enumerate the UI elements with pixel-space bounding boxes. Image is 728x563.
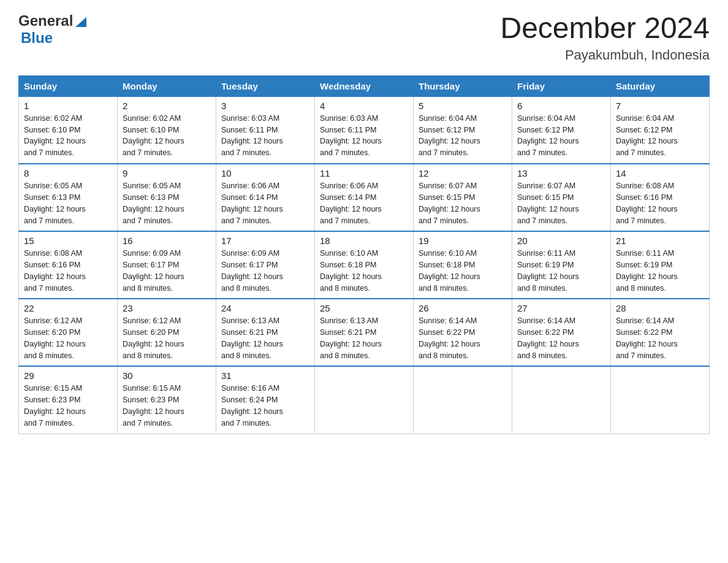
day-number: 6 (517, 101, 605, 111)
day-info: Sunrise: 6:04 AMSunset: 6:12 PMDaylight:… (517, 113, 605, 159)
day-number: 23 (123, 303, 211, 313)
day-number: 15 (24, 236, 112, 246)
month-title: December 2024 (500, 12, 710, 45)
day-info: Sunrise: 6:12 AMSunset: 6:20 PMDaylight:… (123, 315, 211, 361)
calendar-cell: 20Sunrise: 6:11 AMSunset: 6:19 PMDayligh… (512, 231, 611, 299)
day-info: Sunrise: 6:14 AMSunset: 6:22 PMDaylight:… (616, 315, 704, 361)
calendar-cell (414, 366, 512, 434)
day-info: Sunrise: 6:07 AMSunset: 6:15 PMDaylight:… (517, 180, 605, 226)
calendar-cell: 31Sunrise: 6:16 AMSunset: 6:24 PMDayligh… (216, 366, 315, 434)
calendar-cell (611, 366, 710, 434)
day-info: Sunrise: 6:10 AMSunset: 6:18 PMDaylight:… (419, 248, 507, 294)
day-number: 8 (24, 168, 112, 178)
day-header-monday: Monday (118, 75, 216, 96)
day-number: 22 (24, 303, 112, 313)
day-number: 12 (419, 168, 507, 178)
calendar-cell: 11Sunrise: 6:06 AMSunset: 6:14 PMDayligh… (315, 164, 414, 231)
calendar-cell: 3Sunrise: 6:03 AMSunset: 6:11 PMDaylight… (216, 96, 315, 164)
calendar-cell: 23Sunrise: 6:12 AMSunset: 6:20 PMDayligh… (118, 299, 216, 366)
calendar-table: SundayMondayTuesdayWednesdayThursdayFrid… (18, 75, 710, 434)
day-number: 11 (320, 168, 408, 178)
day-info: Sunrise: 6:14 AMSunset: 6:22 PMDaylight:… (419, 315, 507, 361)
day-number: 26 (419, 303, 507, 313)
day-info: Sunrise: 6:02 AMSunset: 6:10 PMDaylight:… (24, 113, 112, 159)
day-number: 28 (616, 303, 704, 313)
calendar-cell: 25Sunrise: 6:13 AMSunset: 6:21 PMDayligh… (315, 299, 414, 366)
day-header-tuesday: Tuesday (216, 75, 315, 96)
calendar-cell: 7Sunrise: 6:04 AMSunset: 6:12 PMDaylight… (611, 96, 710, 164)
day-number: 16 (123, 236, 211, 246)
day-header-saturday: Saturday (611, 75, 710, 96)
logo-triangle-icon (74, 15, 88, 28)
calendar-cell: 27Sunrise: 6:14 AMSunset: 6:22 PMDayligh… (512, 299, 611, 366)
day-number: 13 (517, 168, 605, 178)
day-info: Sunrise: 6:02 AMSunset: 6:10 PMDaylight:… (123, 113, 211, 159)
calendar-week-row: 8Sunrise: 6:05 AMSunset: 6:13 PMDaylight… (19, 164, 710, 231)
calendar-week-row: 22Sunrise: 6:12 AMSunset: 6:20 PMDayligh… (19, 299, 710, 366)
day-header-row: SundayMondayTuesdayWednesdayThursdayFrid… (19, 75, 710, 96)
calendar-week-row: 29Sunrise: 6:15 AMSunset: 6:23 PMDayligh… (19, 366, 710, 434)
calendar-cell: 12Sunrise: 6:07 AMSunset: 6:15 PMDayligh… (414, 164, 512, 231)
title-block: December 2024 Payakumbuh, Indonesia (500, 12, 710, 63)
day-number: 9 (123, 168, 211, 178)
day-number: 19 (419, 236, 507, 246)
calendar-cell: 8Sunrise: 6:05 AMSunset: 6:13 PMDaylight… (19, 164, 118, 231)
day-info: Sunrise: 6:11 AMSunset: 6:19 PMDaylight:… (616, 248, 704, 294)
calendar-cell: 13Sunrise: 6:07 AMSunset: 6:15 PMDayligh… (512, 164, 611, 231)
day-number: 14 (616, 168, 704, 178)
day-info: Sunrise: 6:12 AMSunset: 6:20 PMDaylight:… (24, 315, 112, 361)
day-info: Sunrise: 6:04 AMSunset: 6:12 PMDaylight:… (419, 113, 507, 159)
calendar-cell: 14Sunrise: 6:08 AMSunset: 6:16 PMDayligh… (611, 164, 710, 231)
calendar-cell: 5Sunrise: 6:04 AMSunset: 6:12 PMDaylight… (414, 96, 512, 164)
day-number: 25 (320, 303, 408, 313)
day-info: Sunrise: 6:07 AMSunset: 6:15 PMDaylight:… (419, 180, 507, 226)
day-number: 20 (517, 236, 605, 246)
day-number: 4 (320, 101, 408, 111)
day-number: 29 (24, 370, 112, 381)
calendar-cell: 17Sunrise: 6:09 AMSunset: 6:17 PMDayligh… (216, 231, 315, 299)
day-info: Sunrise: 6:06 AMSunset: 6:14 PMDaylight:… (320, 180, 408, 226)
day-info: Sunrise: 6:08 AMSunset: 6:16 PMDaylight:… (616, 180, 704, 226)
calendar-cell: 9Sunrise: 6:05 AMSunset: 6:13 PMDaylight… (118, 164, 216, 231)
calendar-cell: 1Sunrise: 6:02 AMSunset: 6:10 PMDaylight… (19, 96, 118, 164)
calendar-cell: 29Sunrise: 6:15 AMSunset: 6:23 PMDayligh… (19, 366, 118, 434)
page-header: General Blue December 2024 Payakumbuh, I… (18, 12, 710, 63)
day-info: Sunrise: 6:13 AMSunset: 6:21 PMDaylight:… (221, 315, 309, 361)
day-info: Sunrise: 6:11 AMSunset: 6:19 PMDaylight:… (517, 248, 605, 294)
day-number: 18 (320, 236, 408, 246)
location-title: Payakumbuh, Indonesia (500, 47, 710, 63)
calendar-cell: 6Sunrise: 6:04 AMSunset: 6:12 PMDaylight… (512, 96, 611, 164)
svg-marker-0 (75, 17, 86, 27)
calendar-cell: 26Sunrise: 6:14 AMSunset: 6:22 PMDayligh… (414, 299, 512, 366)
day-header-sunday: Sunday (19, 75, 118, 96)
calendar-cell: 30Sunrise: 6:15 AMSunset: 6:23 PMDayligh… (118, 366, 216, 434)
day-info: Sunrise: 6:09 AMSunset: 6:17 PMDaylight:… (123, 248, 211, 294)
day-number: 3 (221, 101, 309, 111)
day-number: 31 (221, 370, 309, 381)
day-header-friday: Friday (512, 75, 611, 96)
day-info: Sunrise: 6:06 AMSunset: 6:14 PMDaylight:… (221, 180, 309, 226)
calendar-cell: 28Sunrise: 6:14 AMSunset: 6:22 PMDayligh… (611, 299, 710, 366)
logo-general-text: General (18, 12, 73, 29)
logo-blue-text: Blue (21, 29, 53, 46)
calendar-cell: 4Sunrise: 6:03 AMSunset: 6:11 PMDaylight… (315, 96, 414, 164)
calendar-week-row: 15Sunrise: 6:08 AMSunset: 6:16 PMDayligh… (19, 231, 710, 299)
day-info: Sunrise: 6:14 AMSunset: 6:22 PMDaylight:… (517, 315, 605, 361)
day-info: Sunrise: 6:16 AMSunset: 6:24 PMDaylight:… (221, 383, 309, 429)
calendar-cell: 16Sunrise: 6:09 AMSunset: 6:17 PMDayligh… (118, 231, 216, 299)
day-info: Sunrise: 6:08 AMSunset: 6:16 PMDaylight:… (24, 248, 112, 294)
day-header-wednesday: Wednesday (315, 75, 414, 96)
day-number: 7 (616, 101, 704, 111)
calendar-header: SundayMondayTuesdayWednesdayThursdayFrid… (19, 75, 710, 96)
day-number: 2 (123, 101, 211, 111)
day-header-thursday: Thursday (414, 75, 512, 96)
day-info: Sunrise: 6:03 AMSunset: 6:11 PMDaylight:… (221, 113, 309, 159)
day-info: Sunrise: 6:10 AMSunset: 6:18 PMDaylight:… (320, 248, 408, 294)
day-number: 10 (221, 168, 309, 178)
day-number: 30 (123, 370, 211, 381)
calendar-body: 1Sunrise: 6:02 AMSunset: 6:10 PMDaylight… (19, 96, 710, 434)
day-info: Sunrise: 6:15 AMSunset: 6:23 PMDaylight:… (24, 383, 112, 429)
calendar-cell (512, 366, 611, 434)
calendar-week-row: 1Sunrise: 6:02 AMSunset: 6:10 PMDaylight… (19, 96, 710, 164)
logo: General Blue (18, 12, 88, 47)
